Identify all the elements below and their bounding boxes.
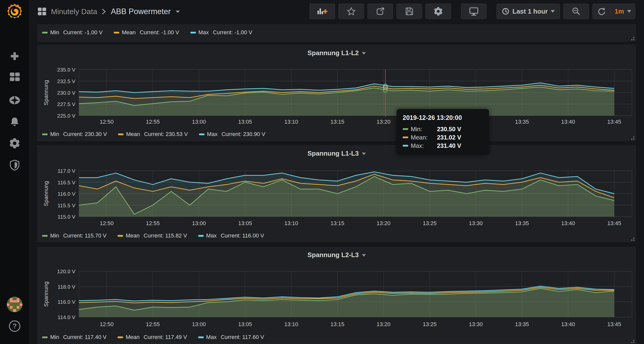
dashboards-icon[interactable] [0, 71, 29, 83]
y-tick-label: 235.0 V [57, 67, 75, 73]
series-swatch [198, 235, 204, 237]
alerting-icon[interactable] [0, 116, 29, 128]
legend-item-mean[interactable]: MeanCurrent: 230.53 V [118, 131, 188, 137]
legend-item-mean[interactable]: MeanCurrent: 117.49 V [118, 334, 187, 340]
series-swatch [199, 133, 204, 135]
x-tick-label: 12:50 [100, 220, 113, 226]
legend-item-max[interactable]: MaxCurrent: 117.60 V [198, 334, 264, 340]
legend-item-min[interactable]: Min Current: -1.00 V [42, 29, 103, 36]
panel-spannung-l1-l2: Spannung L1-L2Spannung235.0 V232.5 V230.… [37, 45, 636, 141]
legend-current-value: Current: 117.60 V [221, 334, 264, 340]
legend-current-value: Current: 230.30 V [63, 131, 107, 137]
x-tick-label: 13:05 [238, 220, 252, 226]
explore-icon[interactable] [0, 94, 29, 107]
legend-current-value: Current: 117.49 V [144, 334, 187, 340]
save-button[interactable] [396, 4, 422, 19]
grafana-logo-icon[interactable] [0, 3, 29, 20]
tooltip-row-mean: Mean: 231.02 V [403, 133, 483, 142]
legend-item-min[interactable]: MinCurrent: 230.30 V [42, 131, 107, 137]
x-tick-label: 13:15 [330, 119, 344, 125]
x-tick-label: 13:15 [330, 321, 344, 327]
y-tick-label: 116.0 V [57, 299, 75, 305]
legend-item-max[interactable]: MaxCurrent: 230.90 V [199, 131, 265, 137]
dashboard-grid-icon[interactable] [37, 7, 47, 16]
series-swatch [42, 336, 48, 338]
legend-item-max[interactable]: MaxCurrent: 116.00 V [198, 232, 264, 239]
x-tick-label: 13:40 [561, 220, 575, 226]
breadcrumb: Minutely Data ABB Powermeter [37, 6, 180, 18]
button-divider [610, 7, 610, 16]
legend-item-min[interactable]: MinCurrent: 117.40 V [42, 334, 106, 340]
help-icon[interactable]: ? [0, 320, 29, 332]
x-tick-label: 13:45 [607, 220, 621, 226]
breadcrumb-folder[interactable]: Minutely Data [51, 7, 97, 16]
panel-resize-handle[interactable] [631, 136, 634, 140]
x-tick-label: 13:00 [192, 321, 206, 327]
cycle-view-button[interactable] [461, 4, 487, 19]
x-tick-label: 13:15 [330, 220, 344, 226]
time-picker-button[interactable]: Last 1 hour [496, 4, 560, 19]
legend-item-mean[interactable]: MeanCurrent: 115.82 V [118, 232, 187, 239]
x-tick-label: 13:35 [515, 220, 529, 226]
chart-canvas[interactable]: 117.0 V116.5 V116.0 V115.5 V115.0 V12:50… [38, 146, 636, 242]
chart-canvas[interactable]: 235.0 V232.5 V230.0 V227.5 V225.0 V12:50… [38, 45, 636, 141]
x-tick-label: 13:20 [376, 220, 390, 226]
series-swatch [42, 235, 48, 237]
legend-item-max[interactable]: Max Current: -1.00 V [190, 29, 252, 36]
panel-resize-handle[interactable] [631, 37, 634, 40]
panel-spannung-l1-l3: Spannung L1-L3Spannung117.0 V116.5 V116.… [37, 145, 636, 242]
legend-item-min[interactable]: MinCurrent: 115.70 V [42, 232, 106, 239]
dashboard-dropdown-caret[interactable] [176, 11, 180, 13]
avatar[interactable] [0, 297, 29, 312]
series-swatch [403, 145, 408, 147]
legend-current-value: Current: 116.00 V [221, 232, 264, 239]
legend-current-value: Current: 230.90 V [221, 131, 265, 137]
refresh-interval-label: 1m [614, 8, 624, 15]
legend: MinCurrent: 117.40 VMeanCurrent: 117.49 … [42, 334, 264, 340]
panel-next-row-sliver [37, 343, 636, 344]
legend-item-mean[interactable]: Mean Current: -1.00 V [114, 29, 179, 36]
panel-settings-button[interactable] [425, 4, 451, 19]
legend: Min Current: -1.00 V Mean Current: -1.00… [42, 29, 252, 36]
y-tick-label: 232.5 V [57, 78, 75, 84]
y-tick-label: 120.0 V [57, 268, 75, 274]
x-tick-label: 13:40 [561, 321, 575, 327]
tooltip-timestamp: 2019-12-26 13:20:00 [403, 114, 483, 121]
series-swatch [118, 336, 123, 338]
x-tick-label: 13:45 [607, 119, 621, 125]
legend-series-name: Mean [126, 232, 139, 239]
x-tick-label: 12:50 [100, 321, 113, 327]
x-tick-label: 13:10 [284, 220, 298, 226]
x-tick-label: 12:55 [146, 220, 160, 226]
grafana-dashboard: { "colors":{"min":"#7eb26d","mean":"#e0a… [0, 0, 644, 344]
breadcrumb-dashboard[interactable]: ABB Powermeter [111, 7, 171, 16]
chevron-right-icon [101, 8, 107, 15]
legend-current-value: Current: 117.40 V [63, 334, 106, 340]
add-panel-button[interactable] [309, 4, 335, 19]
refresh-interval-caret [627, 10, 631, 13]
series-swatch [42, 133, 48, 135]
series-swatch [118, 235, 123, 237]
x-tick-label: 13:40 [561, 119, 575, 125]
x-tick-label: 13:10 [284, 321, 298, 327]
chart-canvas[interactable]: 120.0 V118.0 V116.0 V114.0 V12:5012:5513… [38, 247, 636, 344]
y-tick-label: 225.0 V [57, 113, 75, 119]
x-tick-label: 13:45 [607, 321, 621, 327]
x-tick-label: 13:30 [469, 220, 483, 226]
server-admin-icon[interactable] [0, 159, 29, 171]
star-button[interactable] [338, 4, 364, 19]
zoom-out-button[interactable] [563, 4, 589, 19]
series-swatch [114, 32, 119, 33]
refresh-button[interactable]: 1m [592, 4, 635, 19]
panel-resize-handle[interactable] [631, 237, 634, 241]
create-icon[interactable] [0, 50, 29, 62]
tooltip-row-min: Min: 230.50 V [403, 125, 483, 133]
series-swatch [42, 32, 48, 33]
x-tick-label: 13:35 [515, 321, 529, 327]
x-tick-label: 13:35 [515, 119, 529, 125]
y-tick-label: 114.0 V [57, 314, 75, 320]
share-button[interactable] [367, 4, 393, 19]
configuration-icon[interactable] [0, 137, 29, 149]
refresh-icon [597, 7, 606, 16]
sidebar: ? [0, 0, 29, 344]
